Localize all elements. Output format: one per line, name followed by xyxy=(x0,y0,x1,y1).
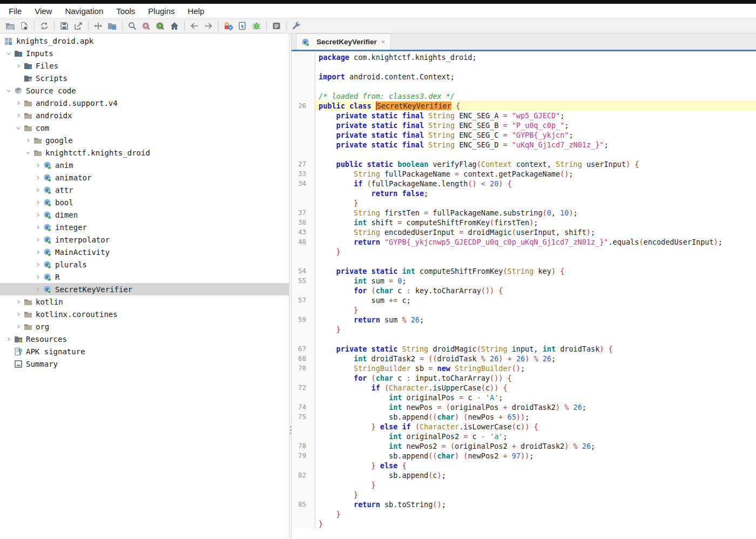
code-line[interactable]: 67 private static String droidMagic(Stri… xyxy=(292,344,756,354)
code-line[interactable]: 43 String encodedUserInput = droidMagic(… xyxy=(292,227,756,237)
add-files-icon[interactable] xyxy=(17,19,31,32)
chevron-right-icon[interactable] xyxy=(3,336,14,342)
code-line[interactable] xyxy=(292,334,756,344)
chevron-right-icon[interactable] xyxy=(13,299,24,305)
wrap-text-icon[interactable] xyxy=(91,19,105,32)
tree-item-org[interactable]: org xyxy=(0,320,289,333)
code-line[interactable]: 34 if (fullPackageName.length() < 20) { xyxy=(292,179,756,188)
code-line[interactable]: } xyxy=(292,305,756,315)
code-line[interactable]: import android.content.Context; xyxy=(292,72,756,82)
chevron-down-icon[interactable] xyxy=(3,51,14,56)
code-line[interactable]: 33 String fullPackageName = context.getP… xyxy=(292,169,756,179)
code-line[interactable]: } else { xyxy=(292,461,756,470)
chevron-right-icon[interactable] xyxy=(32,250,43,255)
main-activity-icon[interactable] xyxy=(167,19,181,32)
tree-item-kotlinx-coroutines[interactable]: kotlinx.coroutines xyxy=(0,308,289,320)
chevron-right-icon[interactable] xyxy=(32,287,43,292)
code-line[interactable]: for (char c : key.toCharArray()) { xyxy=(292,286,756,295)
tree-item-dimen[interactable]: cdimen xyxy=(0,208,289,221)
code-line[interactable]: 54 private static int computeShiftFromKe… xyxy=(292,266,756,276)
back-icon[interactable] xyxy=(187,19,201,32)
chevron-right-icon[interactable] xyxy=(32,237,43,242)
chevron-right-icon[interactable] xyxy=(32,274,43,280)
tree-item-summary[interactable]: Summary xyxy=(0,358,289,370)
chevron-down-icon[interactable] xyxy=(3,88,14,93)
tree-item-knightctf-knights-droid[interactable]: knightctf.knights_droid xyxy=(0,146,289,159)
code-line[interactable]: 26public class SecretKeyVerifier { xyxy=(292,101,756,111)
code-line[interactable]: 38 int shift = computeShiftFromKey(first… xyxy=(292,218,756,227)
code-line[interactable]: 79 sb.append((char) (newPos2 + 97)); xyxy=(292,451,756,461)
code-line[interactable]: } xyxy=(292,325,756,334)
code-line[interactable]: } xyxy=(292,490,756,500)
tree-item-plurals[interactable]: cplurals xyxy=(0,258,289,271)
debugger-icon[interactable] xyxy=(249,19,264,32)
code-line[interactable]: return false; xyxy=(292,188,756,198)
forward-icon[interactable] xyxy=(201,19,215,32)
chevron-right-icon[interactable] xyxy=(23,138,33,143)
code-line[interactable]: for (char c : input.toCharArray()) { xyxy=(292,373,756,383)
chevron-right-icon[interactable] xyxy=(32,262,43,267)
tree-item-resources[interactable]: Resources xyxy=(0,333,289,345)
menu-file[interactable]: File xyxy=(2,5,28,17)
code-line[interactable]: 85 return sb.toString(); xyxy=(292,500,756,509)
code-line[interactable]: 27 public static boolean verifyFlag(Cont… xyxy=(292,159,756,169)
chevron-right-icon[interactable] xyxy=(32,187,43,193)
menu-tools[interactable]: Tools xyxy=(110,5,141,17)
tree-item-google[interactable]: google xyxy=(0,134,289,146)
class-search-icon[interactable] xyxy=(139,19,153,32)
log-viewer-icon[interactable] xyxy=(269,19,284,32)
chevron-right-icon[interactable] xyxy=(32,225,43,230)
code-line[interactable] xyxy=(292,82,756,91)
tree-item-android-support-v4[interactable]: android.support.v4 xyxy=(0,97,289,109)
code-line[interactable]: package com.knightctf.knights_droid; xyxy=(292,52,756,62)
tree-item-bool[interactable]: cbool xyxy=(0,196,289,208)
open-file-icon[interactable] xyxy=(3,19,17,32)
tree-item-androidx[interactable]: androidx xyxy=(0,109,289,122)
preferences-icon[interactable] xyxy=(289,19,303,32)
code-line[interactable]: } else if (Character.isLowerCase(c)) { xyxy=(292,422,756,432)
chevron-right-icon[interactable] xyxy=(32,200,43,205)
code-editor[interactable]: package com.knightctf.knights_droid; imp… xyxy=(292,51,756,538)
code-line[interactable] xyxy=(292,257,756,266)
chevron-down-icon[interactable] xyxy=(13,125,24,131)
tree-item-attr[interactable]: cattr xyxy=(0,184,289,196)
comment-search-icon[interactable] xyxy=(153,19,167,32)
tree-item-interpolator[interactable]: cinterpolator xyxy=(0,233,289,246)
chevron-down-icon[interactable] xyxy=(23,150,33,156)
code-line[interactable]: } xyxy=(292,198,756,208)
code-line[interactable]: 70 StringBuilder sb = new StringBuilder(… xyxy=(292,363,756,373)
tree-item-scripts[interactable]: Scripts xyxy=(0,72,289,84)
code-line[interactable]: } xyxy=(292,509,756,519)
tab-secretkeyverifier[interactable]: c SecretKeyVerifier × xyxy=(296,33,391,50)
chevron-right-icon[interactable] xyxy=(32,175,43,180)
tree-item-inputs[interactable]: Inputs xyxy=(0,47,289,59)
tree-item-apk-signature[interactable]: APK signature xyxy=(0,345,289,358)
menu-help[interactable]: Help xyxy=(181,5,211,17)
tree-item-files[interactable]: Files xyxy=(0,59,289,72)
code-line[interactable] xyxy=(292,150,756,159)
chevron-right-icon[interactable] xyxy=(13,113,24,118)
chevron-right-icon[interactable] xyxy=(13,324,24,329)
code-line[interactable]: int originalPos2 = c - 'a'; xyxy=(292,432,756,441)
tree-item-com[interactable]: com xyxy=(0,122,289,134)
tree-item-integer[interactable]: cinteger xyxy=(0,221,289,233)
menu-plugins[interactable]: Plugins xyxy=(141,5,181,17)
tree-item-source-code[interactable]: Source code xyxy=(0,84,289,97)
menu-navigation[interactable]: Navigation xyxy=(58,5,110,17)
tree-item-secretkeyverifier[interactable]: cSecretKeyVerifier xyxy=(0,283,289,295)
code-line[interactable]: 57 sum += c; xyxy=(292,295,756,305)
panel-splitter[interactable] xyxy=(289,33,292,538)
splitter-grip-icon[interactable] xyxy=(290,425,292,436)
code-line[interactable]: private static final String ENC_SEG_C = … xyxy=(292,130,756,140)
chevron-right-icon[interactable] xyxy=(13,63,24,69)
project-tree[interactable]: knights_droid.apkInputsFilesScriptsSourc… xyxy=(0,33,289,538)
code-line[interactable]: 37 String firstTen = fullPackageName.sub… xyxy=(292,208,756,218)
preview-icon[interactable] xyxy=(235,19,249,32)
code-line[interactable]: 74 int newPos = (originalPos + droidTask… xyxy=(292,402,756,412)
code-line[interactable]: 59 return sum % 26; xyxy=(292,315,756,325)
tab-close-icon[interactable]: × xyxy=(381,38,386,46)
code-line[interactable]: /* loaded from: classes3.dex */ xyxy=(292,91,756,101)
code-line[interactable]: 78 int newPos2 = (originalPos2 + droidTa… xyxy=(292,441,756,451)
reload-icon[interactable] xyxy=(37,19,51,32)
tree-item-r[interactable]: cR xyxy=(0,271,289,283)
